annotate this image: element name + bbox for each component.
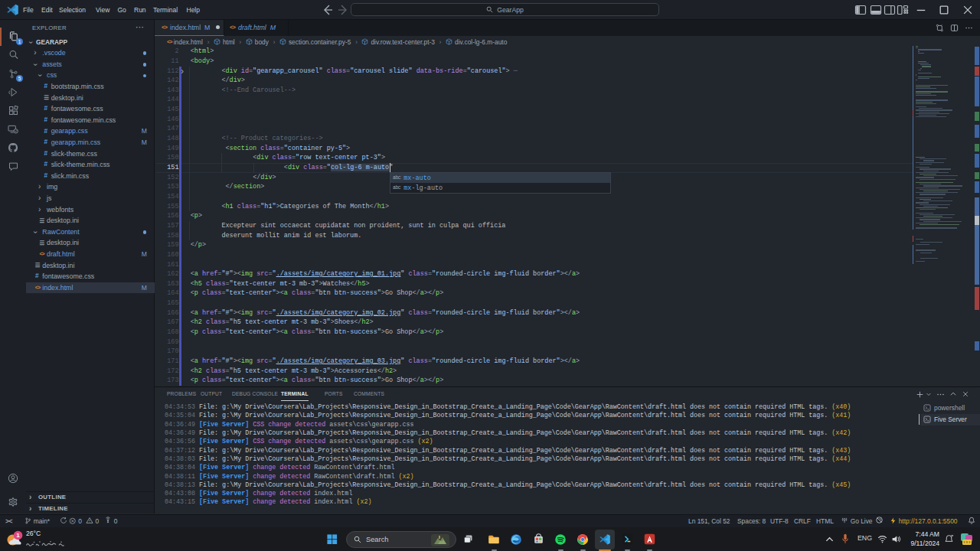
svg-text:1: 1 — [16, 532, 20, 539]
